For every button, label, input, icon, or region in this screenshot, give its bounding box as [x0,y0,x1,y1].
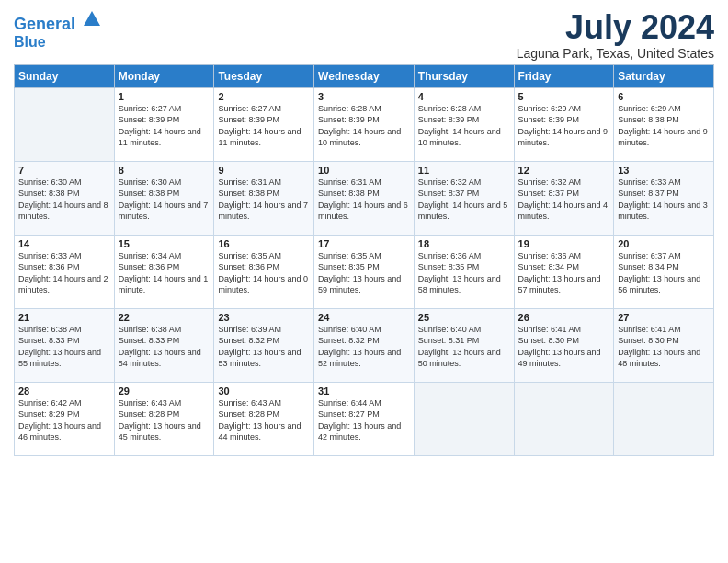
day-info: Sunrise: 6:35 AMSunset: 8:35 PMDaylight:… [318,250,410,296]
calendar-cell-4-6: 26Sunrise: 6:41 AMSunset: 8:30 PMDayligh… [514,308,614,382]
day-number: 31 [318,385,410,396]
day-info: Sunrise: 6:33 AMSunset: 8:36 PMDaylight:… [18,250,110,296]
day-info: Sunrise: 6:44 AMSunset: 8:27 PMDaylight:… [318,397,410,443]
calendar-cell-3-4: 17Sunrise: 6:35 AMSunset: 8:35 PMDayligh… [314,235,415,308]
day-number: 24 [318,312,410,323]
day-number: 18 [418,238,510,249]
title-block: July 2024 Laguna Park, Texas, United Sta… [517,9,714,61]
calendar-table: Sunday Monday Tuesday Wednesday Thursday… [14,64,714,456]
day-number: 19 [518,238,610,249]
calendar-cell-5-2: 29Sunrise: 6:43 AMSunset: 8:28 PMDayligh… [114,382,214,455]
day-info: Sunrise: 6:33 AMSunset: 8:37 PMDaylight:… [618,177,710,223]
day-number: 3 [318,91,410,102]
day-number: 11 [418,165,510,176]
location: Laguna Park, Texas, United States [517,46,714,61]
calendar-cell-3-5: 18Sunrise: 6:36 AMSunset: 8:35 PMDayligh… [414,235,514,308]
day-number: 23 [218,312,310,323]
day-number: 6 [618,91,710,102]
calendar-cell-4-1: 21Sunrise: 6:38 AMSunset: 8:33 PMDayligh… [15,308,115,382]
svg-marker-0 [84,11,100,26]
calendar-container: General Blue July 2024 Laguna Park, Texa… [0,0,728,465]
calendar-cell-3-7: 20Sunrise: 6:37 AMSunset: 8:34 PMDayligh… [614,235,714,308]
header-saturday: Saturday [614,64,714,87]
header-monday: Monday [114,64,214,87]
day-info: Sunrise: 6:40 AMSunset: 8:31 PMDaylight:… [418,324,510,370]
day-info: Sunrise: 6:29 AMSunset: 8:38 PMDaylight:… [618,103,710,149]
header-tuesday: Tuesday [214,64,314,87]
calendar-cell-3-1: 14Sunrise: 6:33 AMSunset: 8:36 PMDayligh… [15,235,115,308]
day-info: Sunrise: 6:36 AMSunset: 8:35 PMDaylight:… [418,250,510,296]
logo-text: General [14,9,102,34]
day-number: 26 [518,312,610,323]
day-info: Sunrise: 6:30 AMSunset: 8:38 PMDaylight:… [119,177,210,223]
calendar-week-3: 14Sunrise: 6:33 AMSunset: 8:36 PMDayligh… [15,235,714,308]
day-number: 5 [518,91,610,102]
day-number: 17 [318,238,410,249]
calendar-cell-4-3: 23Sunrise: 6:39 AMSunset: 8:32 PMDayligh… [214,308,314,382]
calendar-cell-5-3: 30Sunrise: 6:43 AMSunset: 8:28 PMDayligh… [214,382,314,455]
day-number: 28 [18,385,110,396]
day-info: Sunrise: 6:31 AMSunset: 8:38 PMDaylight:… [318,177,410,223]
day-info: Sunrise: 6:30 AMSunset: 8:38 PMDaylight:… [18,177,110,223]
day-number: 15 [119,238,210,249]
header-thursday: Thursday [414,64,514,87]
logo-subtext: Blue [14,34,102,51]
day-number: 30 [218,385,310,396]
day-info: Sunrise: 6:42 AMSunset: 8:29 PMDaylight:… [18,397,110,443]
calendar-cell-1-4: 3Sunrise: 6:28 AMSunset: 8:39 PMDaylight… [314,87,415,161]
header-wednesday: Wednesday [314,64,415,87]
day-info: Sunrise: 6:28 AMSunset: 8:39 PMDaylight:… [418,103,510,149]
calendar-cell-1-6: 5Sunrise: 6:29 AMSunset: 8:39 PMDaylight… [514,87,614,161]
calendar-cell-1-2: 1Sunrise: 6:27 AMSunset: 8:39 PMDaylight… [114,87,214,161]
calendar-cell-5-4: 31Sunrise: 6:44 AMSunset: 8:27 PMDayligh… [314,382,415,455]
calendar-cell-4-2: 22Sunrise: 6:38 AMSunset: 8:33 PMDayligh… [114,308,214,382]
day-info: Sunrise: 6:34 AMSunset: 8:36 PMDaylight:… [119,250,210,296]
day-number: 2 [218,91,310,102]
calendar-cell-1-1 [15,87,115,161]
day-info: Sunrise: 6:41 AMSunset: 8:30 PMDaylight:… [518,324,610,370]
calendar-cell-3-2: 15Sunrise: 6:34 AMSunset: 8:36 PMDayligh… [114,235,214,308]
calendar-header: Sunday Monday Tuesday Wednesday Thursday… [15,64,714,87]
day-number: 29 [119,385,210,396]
weekday-header-row: Sunday Monday Tuesday Wednesday Thursday… [15,64,714,87]
day-info: Sunrise: 6:27 AMSunset: 8:39 PMDaylight:… [119,103,210,149]
day-info: Sunrise: 6:43 AMSunset: 8:28 PMDaylight:… [119,397,210,443]
day-info: Sunrise: 6:32 AMSunset: 8:37 PMDaylight:… [418,177,510,223]
day-number: 9 [218,165,310,176]
calendar-cell-2-4: 10Sunrise: 6:31 AMSunset: 8:38 PMDayligh… [314,161,415,235]
header-friday: Friday [514,64,614,87]
day-number: 27 [618,312,710,323]
calendar-cell-5-6 [514,382,614,455]
calendar-cell-2-1: 7Sunrise: 6:30 AMSunset: 8:38 PMDaylight… [15,161,115,235]
calendar-cell-1-5: 4Sunrise: 6:28 AMSunset: 8:39 PMDaylight… [414,87,514,161]
calendar-cell-3-3: 16Sunrise: 6:35 AMSunset: 8:36 PMDayligh… [214,235,314,308]
day-info: Sunrise: 6:28 AMSunset: 8:39 PMDaylight:… [318,103,410,149]
day-number: 12 [518,165,610,176]
logo-icon [82,9,102,29]
day-number: 14 [18,238,110,249]
calendar-cell-2-5: 11Sunrise: 6:32 AMSunset: 8:37 PMDayligh… [414,161,514,235]
calendar-cell-5-5 [414,382,514,455]
day-info: Sunrise: 6:29 AMSunset: 8:39 PMDaylight:… [518,103,610,149]
day-info: Sunrise: 6:31 AMSunset: 8:38 PMDaylight:… [218,177,310,223]
day-number: 20 [618,238,710,249]
day-number: 25 [418,312,510,323]
calendar-cell-4-7: 27Sunrise: 6:41 AMSunset: 8:30 PMDayligh… [614,308,714,382]
calendar-week-1: 1Sunrise: 6:27 AMSunset: 8:39 PMDaylight… [15,87,714,161]
day-number: 16 [218,238,310,249]
header: General Blue July 2024 Laguna Park, Texa… [14,9,714,61]
day-info: Sunrise: 6:43 AMSunset: 8:28 PMDaylight:… [218,397,310,443]
day-number: 22 [119,312,210,323]
day-info: Sunrise: 6:36 AMSunset: 8:34 PMDaylight:… [518,250,610,296]
day-number: 4 [418,91,510,102]
day-info: Sunrise: 6:37 AMSunset: 8:34 PMDaylight:… [618,250,710,296]
day-number: 7 [18,165,110,176]
calendar-body: 1Sunrise: 6:27 AMSunset: 8:39 PMDaylight… [15,87,714,455]
day-info: Sunrise: 6:35 AMSunset: 8:36 PMDaylight:… [218,250,310,296]
day-info: Sunrise: 6:40 AMSunset: 8:32 PMDaylight:… [318,324,410,370]
calendar-cell-3-6: 19Sunrise: 6:36 AMSunset: 8:34 PMDayligh… [514,235,614,308]
calendar-cell-1-7: 6Sunrise: 6:29 AMSunset: 8:38 PMDaylight… [614,87,714,161]
month-title: July 2024 [517,9,714,46]
calendar-cell-2-2: 8Sunrise: 6:30 AMSunset: 8:38 PMDaylight… [114,161,214,235]
calendar-week-2: 7Sunrise: 6:30 AMSunset: 8:38 PMDaylight… [15,161,714,235]
